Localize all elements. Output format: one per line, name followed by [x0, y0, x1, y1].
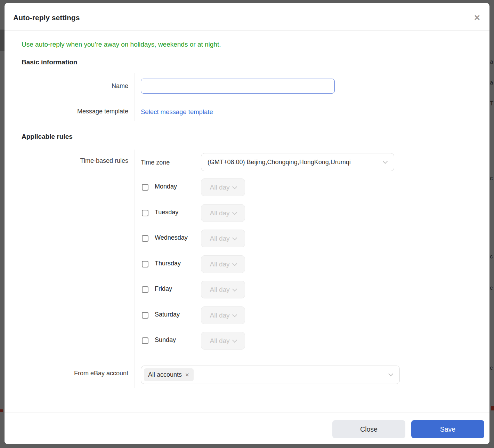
name-label: Name: [112, 82, 128, 90]
allday-dropdown-saturday[interactable]: All day: [201, 306, 245, 324]
modal-header: Auto-reply settings ✕: [5, 3, 489, 31]
checkbox-wednesday[interactable]: [142, 235, 148, 242]
day-label: Tuesday: [155, 209, 178, 216]
chevron-down-icon: [232, 210, 237, 215]
checkbox-tuesday[interactable]: [142, 210, 148, 216]
day-label: Saturday: [155, 311, 180, 318]
day-row-sunday: Sunday All day: [5, 332, 489, 350]
chevron-down-icon: [383, 159, 388, 164]
allday-label: All day: [210, 337, 229, 345]
allday-dropdown-thursday[interactable]: All day: [201, 255, 245, 273]
day-row-thursday: Thursday All day: [5, 255, 489, 273]
allday-label: All day: [210, 235, 229, 242]
day-row-wednesday: Wednesday All day: [5, 230, 489, 247]
basic-information-heading: Basic information: [22, 58, 77, 66]
chevron-down-icon: [232, 286, 237, 291]
close-button[interactable]: Close: [332, 420, 405, 438]
select-message-template-link[interactable]: Select message template: [141, 108, 213, 116]
applicable-rules-heading: Applicable rules: [22, 133, 73, 141]
modal-footer: Close Save: [5, 413, 489, 444]
chevron-down-icon: [388, 371, 393, 376]
time-based-rules-label: Time-based rules: [80, 157, 128, 165]
day-row-monday: Monday All day: [5, 178, 489, 196]
day-row-saturday: Saturday All day: [5, 306, 489, 324]
time-zone-value: (GMT+08:00) Beijing,Chongqing,HongKong,U…: [208, 159, 351, 166]
allday-dropdown-sunday[interactable]: All day: [201, 332, 245, 350]
name-input[interactable]: [141, 79, 335, 94]
basic-group-divider: [135, 73, 135, 121]
allday-label: All day: [210, 184, 229, 191]
chevron-down-icon: [232, 312, 237, 317]
checkbox-thursday[interactable]: [142, 261, 148, 267]
save-button[interactable]: Save: [411, 420, 484, 438]
day-label: Friday: [155, 285, 172, 293]
backdrop-text-fragment: c: [490, 253, 493, 260]
allday-label: All day: [210, 286, 229, 294]
backdrop-red-fragment-right: [491, 406, 494, 410]
allday-dropdown-tuesday[interactable]: All day: [201, 204, 245, 222]
ebay-account-select[interactable]: All accounts ✕: [141, 366, 400, 384]
allday-label: All day: [210, 261, 229, 268]
day-label: Thursday: [155, 260, 181, 267]
checkbox-saturday[interactable]: [142, 312, 148, 319]
checkbox-monday[interactable]: [142, 184, 148, 191]
auto-reply-settings-modal: Auto-reply settings ✕ Use auto-reply whe…: [5, 3, 489, 444]
chevron-down-icon: [232, 235, 237, 240]
auto-reply-notice: Use auto-reply when you’re away on holid…: [22, 41, 221, 48]
backdrop-text-fragment: T: [490, 100, 493, 107]
chevron-down-icon: [232, 184, 237, 189]
remove-tag-icon[interactable]: ✕: [185, 372, 189, 378]
allday-label: All day: [210, 209, 229, 217]
day-label: Sunday: [155, 336, 176, 344]
day-row-tuesday: Tuesday All day: [5, 204, 489, 222]
day-label: Wednesday: [155, 234, 188, 241]
close-icon[interactable]: ✕: [474, 13, 480, 22]
backdrop-text-fragment: a: [490, 79, 493, 86]
from-ebay-account-label: From eBay account: [74, 370, 128, 377]
allday-dropdown-friday[interactable]: All day: [201, 281, 245, 298]
backdrop-text-fragment: a: [490, 58, 493, 65]
day-label: Monday: [155, 183, 177, 190]
backdrop-text-fragment: c: [490, 285, 493, 291]
allday-dropdown-wednesday[interactable]: All day: [201, 230, 245, 247]
backdrop-text-fragment: c: [490, 175, 493, 182]
backdrop-dark-band: [0, 30, 5, 51]
backdrop-red-fragment-left: [0, 409, 3, 412]
checkbox-friday[interactable]: [142, 286, 148, 293]
account-tag: All accounts ✕: [144, 368, 194, 381]
day-row-friday: Friday All day: [5, 281, 489, 298]
message-template-label: Message template: [77, 108, 128, 115]
allday-dropdown-monday[interactable]: All day: [201, 178, 245, 196]
account-tag-label: All accounts: [148, 371, 182, 378]
time-zone-select[interactable]: (GMT+08:00) Beijing,Chongqing,HongKong,U…: [201, 153, 394, 171]
allday-label: All day: [210, 312, 229, 319]
time-zone-label: Time zone: [141, 159, 170, 166]
chevron-down-icon: [232, 261, 237, 266]
checkbox-sunday[interactable]: [142, 337, 148, 344]
backdrop-text-fragment: c: [490, 365, 493, 371]
chevron-down-icon: [232, 337, 237, 342]
modal-title: Auto-reply settings: [13, 14, 80, 22]
